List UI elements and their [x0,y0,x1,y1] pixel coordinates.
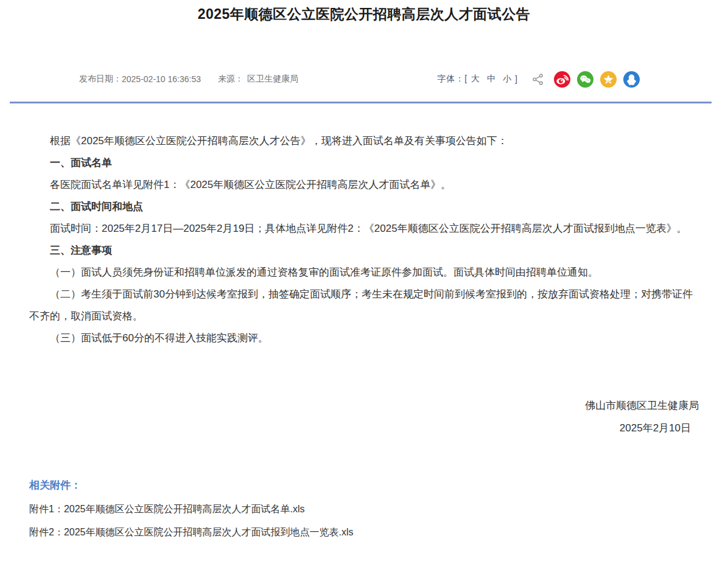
body-paragraph-intro: 根据《2025年顺德区公立医院公开招聘高层次人才公告》，现将进入面试名单及有关事… [29,130,699,152]
attachment-link-1[interactable]: 附件1：2025年顺德区公立医院公开招聘高层次人才面试名单.xls [29,502,699,516]
share-buttons [554,71,640,88]
article-body: 根据《2025年顺德区公立医院公开招聘高层次人才公告》，现将进入面试名单及有关事… [0,130,728,349]
weibo-share-icon[interactable] [554,71,570,88]
font-size-large-button[interactable]: 大 [467,74,483,85]
section-heading-3: 三、注意事项 [29,240,699,262]
signature-block: 佛山市顺德区卫生健康局 2025年2月10日 [0,394,728,439]
font-size-small-button[interactable]: 小 [499,74,515,85]
body-paragraph-time: 面试时间：2025年2月17日—2025年2月19日；具体地点详见附件2：《20… [29,218,699,240]
font-size-bracket: ] [515,74,518,84]
body-paragraph-note-2: （二）考生须于面试前30分钟到达候考室报到，抽签确定面试顺序；考生未在规定时间前… [29,284,699,327]
section-heading-1: 一、面试名单 [29,152,699,174]
page-title: 2025年顺德区公立医院公开招聘高层次人才面试公告 [0,0,728,24]
meta-row: 发布日期： 2025-02-10 16:36:53 来源： 区卫生健康局 字体：… [0,69,728,89]
publish-date-label: 发布日期： [79,74,122,85]
wechat-share-icon[interactable] [577,71,593,88]
signature-date: 2025年2月10日 [0,417,699,439]
toolbar: 字体：[ 大 中 小 ] [437,71,640,88]
source-value: 区卫生健康局 [247,74,298,85]
source-label: 来源： [218,74,243,85]
font-size-medium-button[interactable]: 中 [483,74,499,85]
signature-org: 佛山市顺德区卫生健康局 [0,394,699,417]
share-icon[interactable] [531,73,544,86]
publish-info: 发布日期： 2025-02-10 16:36:53 来源： 区卫生健康局 [79,74,298,85]
body-paragraph-list: 各医院面试名单详见附件1：《2025年顺德区公立医院公开招聘高层次人才面试名单》… [29,174,699,196]
body-paragraph-note-1: （一）面试人员须凭身份证和招聘单位派发的通过资格复审的面试准考证原件参加面试。面… [29,262,699,284]
publish-date-value: 2025-02-10 16:36:53 [122,74,201,84]
font-size-label: 字体：[ [437,74,467,85]
section-heading-2: 二、面试时间和地点 [29,196,699,218]
attachments-section: 相关附件： 附件1：2025年顺德区公立医院公开招聘高层次人才面试名单.xls … [0,478,728,539]
attachments-heading: 相关附件： [29,478,699,493]
qzone-share-icon[interactable] [600,71,617,88]
header-divider [10,102,712,103]
qq-share-icon[interactable] [623,71,640,88]
body-paragraph-note-3: （三）面试低于60分的不得进入技能实践测评。 [29,327,699,349]
font-size-controls: 字体：[ 大 中 小 ] [437,74,518,85]
attachment-link-2[interactable]: 附件2：2025年顺德区公立医院公开招聘高层次人才面试报到地点一览表.xls [29,525,699,539]
